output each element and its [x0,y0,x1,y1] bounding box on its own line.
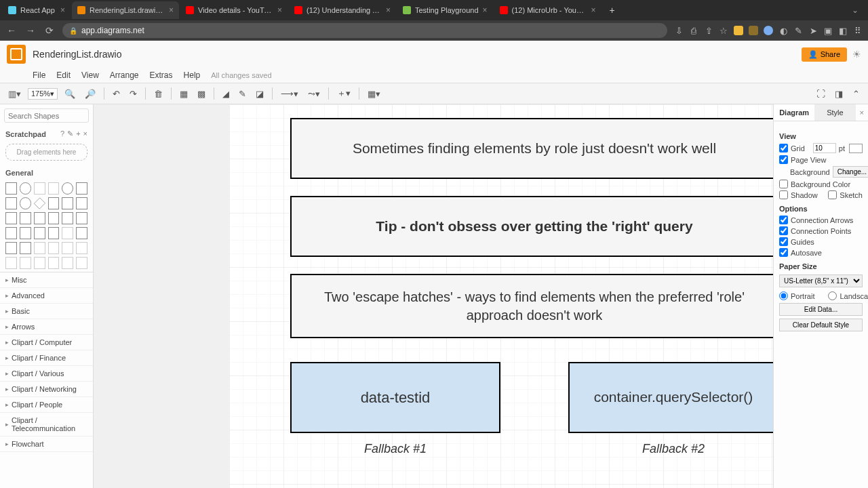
insert-icon[interactable]: ＋▾ [334,86,353,101]
shape-connector[interactable] [48,257,60,269]
zoom-in-icon[interactable]: 🔍 [62,87,78,100]
ext-icon[interactable]: ▣ [823,26,833,35]
close-panel-icon[interactable]: × [856,104,868,121]
browser-tab[interactable]: (12) MicroUrb - YouTube× [494,1,601,19]
general-header[interactable]: General [0,166,93,180]
shape[interactable] [76,197,87,209]
close-icon[interactable]: × [60,5,65,15]
ext-icon[interactable]: ✎ [793,26,803,35]
browser-tab[interactable]: React App× [3,1,71,19]
close-icon[interactable]: × [277,5,282,15]
cat-advanced[interactable]: Advanced [0,288,93,304]
help-icon[interactable]: ? [60,129,64,138]
shape[interactable] [76,212,87,224]
close-icon[interactable]: × [169,5,174,15]
connpoints-checkbox[interactable] [779,226,788,235]
shape-line[interactable] [20,257,31,269]
shape[interactable] [20,197,31,209]
search-input[interactable] [8,112,94,120]
shape-rect[interactable] [5,182,17,195]
drawio-logo[interactable] [7,45,26,64]
shape-connector[interactable] [62,257,73,269]
bgcolor-checkbox[interactable] [779,180,788,188]
sidebar-toggle-icon[interactable]: ▥▾ [5,87,24,100]
paper-size-select[interactable]: US-Letter (8,5" x 11") [779,274,863,287]
autosave-checkbox[interactable] [779,248,788,257]
to-back-icon[interactable]: ▩ [195,87,208,100]
page[interactable]: Sometimes finding elements by role just … [229,104,773,488]
cat-basic[interactable]: Basic [0,304,93,319]
diagram-box-1[interactable]: Sometimes finding elements by role just … [290,118,773,179]
appearance-icon[interactable]: ☀ [852,49,861,60]
collapse-icon[interactable]: ⌃ [850,87,863,100]
shape-arrow[interactable] [62,242,73,254]
shape-connector[interactable] [76,257,87,269]
connection-icon[interactable]: ⟶▾ [278,87,301,100]
shape[interactable] [34,212,45,224]
edit-data-button[interactable]: Edit Data... [779,303,863,316]
download-icon[interactable]: ⇩ [674,26,684,35]
ext-icon[interactable]: ◐ [778,26,788,35]
menu-view[interactable]: View [81,70,99,80]
shape-rounded[interactable] [20,182,31,195]
puzzle-icon[interactable]: ⠿ [853,26,863,35]
url-input[interactable]: 🔒app.diagrams.net [62,23,667,38]
connarrows-checkbox[interactable] [779,216,788,224]
shape[interactable] [48,212,60,224]
cat-clip-people[interactable]: Clipart / People [0,397,93,413]
reload-button[interactable]: ⟳ [43,25,56,36]
cat-clip-telecom[interactable]: Clipart / Telecommunication [0,413,93,436]
shape-line[interactable] [34,242,45,254]
redo-button[interactable]: ↷ [127,87,140,100]
ext-icon[interactable] [764,26,773,35]
tabs-overflow-icon[interactable]: ⌄ [845,5,865,15]
guides-checkbox[interactable] [779,237,788,246]
shape-diamond[interactable] [33,197,45,209]
close-icon[interactable]: × [483,5,488,15]
diagram-fallback-2[interactable]: container.querySelector() [568,362,773,433]
diagram-fallback-1[interactable]: data-testid [290,362,500,433]
browser-tab[interactable]: (12) Understanding ARIA Roles× [289,1,396,19]
clear-style-button[interactable]: Clear Default Style [779,319,863,331]
shape[interactable] [62,212,73,224]
share-button[interactable]: 👤 Share [802,47,847,62]
shape-square[interactable] [76,182,87,195]
ext-icon[interactable]: ➤ [808,26,818,35]
grid-checkbox[interactable] [779,144,788,152]
fullscreen-icon[interactable]: ⛶ [814,87,828,100]
caption-fallback-2[interactable]: Fallback #2 [568,442,773,456]
grid-color-swatch[interactable] [849,144,863,153]
search-shapes[interactable]: 🔍 [4,108,89,123]
undo-button[interactable]: ↶ [110,87,123,100]
diagram-box-2[interactable]: Tip - don't obsess over getting the 'rig… [290,196,773,257]
landscape-radio[interactable] [828,291,837,300]
menu-help[interactable]: Help [184,70,201,80]
shadow-checkbox[interactable] [779,190,788,199]
browser-tab[interactable]: Video details - YouTube Studio× [180,1,288,19]
diagram-box-3[interactable]: Two 'escape hatches' - ways to find elem… [290,274,773,338]
shape-connector[interactable] [34,257,45,269]
line-color-icon[interactable]: ✎ [236,87,249,100]
forward-button[interactable]: → [24,25,37,36]
shape-arrow[interactable] [76,242,87,254]
menu-edit[interactable]: Edit [56,70,71,80]
new-tab-button[interactable]: + [603,5,622,16]
shape[interactable] [48,197,60,209]
menu-arrange[interactable]: Arrange [110,70,139,80]
cat-clip-finance[interactable]: Clipart / Finance [0,350,93,366]
portrait-radio[interactable] [779,291,788,300]
edit-icon[interactable]: ✎ [67,129,73,138]
shape[interactable] [62,197,73,209]
close-icon[interactable]: × [83,129,87,138]
table-icon[interactable]: ▦▾ [365,87,383,100]
ext-icon[interactable] [749,26,758,35]
canvas[interactable]: Sometimes finding elements by role just … [94,104,773,488]
to-front-icon[interactable]: ▦ [177,87,191,100]
grid-size-input[interactable] [813,143,836,153]
browser-tab[interactable]: Testing Playground× [397,1,493,19]
shape-ellipse[interactable] [62,182,73,195]
shadow-icon[interactable]: ◪ [253,87,267,100]
menu-file[interactable]: File [33,70,45,80]
cat-arrows[interactable]: Arrows [0,319,93,335]
ext-icon[interactable] [734,26,743,35]
